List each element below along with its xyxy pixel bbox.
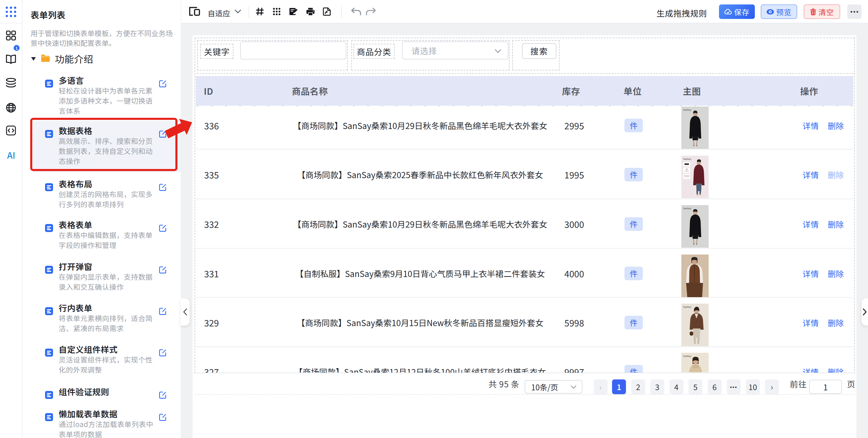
- svg-text:SanSay:: SanSay:: [683, 355, 692, 358]
- svg-text:SanSay:: SanSay:: [683, 207, 692, 210]
- svg-text:SanSay:: SanSay:: [683, 158, 692, 160]
- svg-text:SanSay:: SanSay:: [683, 305, 692, 308]
- svg-text:SanSay:: SanSay:: [683, 108, 692, 111]
